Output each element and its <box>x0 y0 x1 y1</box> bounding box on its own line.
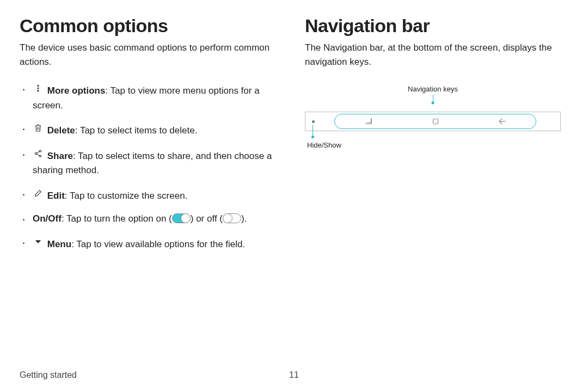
hide-show-callout: Hide/Show <box>307 141 561 149</box>
common-options-heading: Common options <box>20 15 283 36</box>
back-key-icon <box>469 114 536 128</box>
delete-icon <box>33 121 44 136</box>
edit-desc: : Tap to customize the screen. <box>65 191 188 201</box>
common-options-intro: The device uses basic command options to… <box>20 41 283 69</box>
onoff-label: On/Off <box>33 213 62 224</box>
onoff-mid: ) or off ( <box>191 213 223 224</box>
delete-label: Delete <box>47 125 75 136</box>
navigation-bar-diagram: Navigation keys Hide/Show <box>305 85 561 149</box>
item-onoff: On/Off: Tap to turn the option on () or … <box>20 212 283 226</box>
nav-keys-group <box>334 114 536 129</box>
item-delete: Delete: Tap to select items to delete. <box>20 121 283 138</box>
callout-line-icon <box>313 125 313 137</box>
navigation-bar-heading: Navigation bar <box>305 15 568 36</box>
item-more-options: More options: Tap to view more menu opti… <box>20 82 283 113</box>
item-share: Share: Tap to select items to share, and… <box>20 147 283 178</box>
recents-key-icon <box>335 114 402 128</box>
delete-desc: : Tap to select items to delete. <box>75 125 198 136</box>
svg-rect-6 <box>433 119 438 124</box>
navbar-illustration <box>305 112 561 131</box>
navigation-keys-callout: Navigation keys <box>351 85 514 93</box>
share-icon <box>33 147 44 161</box>
hide-show-dot-icon <box>312 120 315 123</box>
toggle-on-icon <box>172 213 191 223</box>
onoff-post: ). <box>241 213 247 224</box>
menu-chevron-down-icon <box>33 235 44 249</box>
page-footer: Getting started 11 <box>20 370 568 380</box>
edit-icon <box>33 187 44 201</box>
menu-desc: : Tap to view available options for the … <box>71 239 245 249</box>
onoff-pre: : Tap to turn the option on ( <box>62 213 172 224</box>
callout-dot-icon <box>432 102 434 105</box>
footer-section-title: Getting started <box>20 370 283 380</box>
item-menu: Menu: Tap to view available options for … <box>20 235 283 252</box>
footer-page-number: 11 <box>283 370 305 380</box>
item-edit: Edit: Tap to customize the screen. <box>20 187 283 204</box>
menu-label: Menu <box>47 239 71 249</box>
navigation-bar-intro: The Navigation bar, at the bottom of the… <box>305 41 568 69</box>
share-label: Share <box>47 151 73 161</box>
left-column: Common options The device uses basic com… <box>20 15 283 260</box>
home-key-icon <box>402 114 469 128</box>
edit-label: Edit <box>47 191 65 201</box>
svg-point-0 <box>38 85 39 86</box>
right-column: Navigation bar The Navigation bar, at th… <box>305 15 568 260</box>
more-options-icon <box>33 82 44 96</box>
svg-point-1 <box>38 88 39 89</box>
svg-point-2 <box>38 90 39 91</box>
common-options-list: More options: Tap to view more menu opti… <box>20 82 283 252</box>
more-options-label: More options <box>47 85 106 96</box>
toggle-off-icon <box>223 213 241 223</box>
